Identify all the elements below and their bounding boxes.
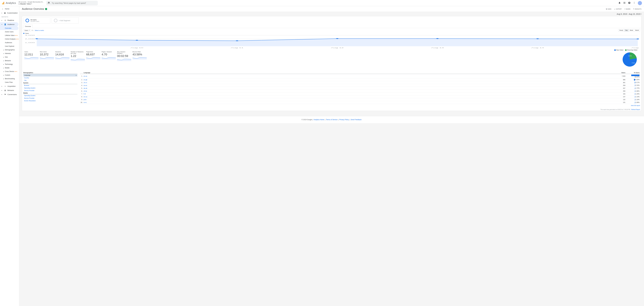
sidebar-item-behavior[interactable]: ▸▤Behavior xyxy=(0,88,19,92)
svg-text:Aug 10: Aug 10 xyxy=(130,47,143,48)
sidebar-sub-audiences[interactable]: Audiences xyxy=(0,41,19,44)
more-icon[interactable] xyxy=(633,2,636,4)
sidebar-item-conversions[interactable]: ▸⚑Conversions xyxy=(0,92,19,96)
metric-dropdown[interactable]: Users xyxy=(23,29,30,32)
person-icon: 👤 xyxy=(4,23,6,25)
dimension-picker: Demographics Language Country City Syste… xyxy=(23,72,78,107)
dim-mobile-os[interactable]: Operating System xyxy=(23,94,78,97)
sidebar-item-home[interactable]: ⌂Home xyxy=(0,7,19,11)
sidebar-item-customization[interactable]: ▸▦Customization xyxy=(0,11,19,15)
lang-link[interactable]: zh-tw xyxy=(84,90,87,92)
metric-card[interactable]: Pages / Session4.70 xyxy=(100,51,116,66)
svg-marker-6 xyxy=(37,39,638,46)
save-button[interactable]: 🖫SAVE xyxy=(606,8,612,10)
sidebar-sub-interests[interactable]: ▸Interests xyxy=(0,52,19,55)
add-segment-button[interactable]: + Add Segment xyxy=(52,18,79,24)
sidebar-sub-mobile[interactable]: ▸Mobile xyxy=(0,66,19,70)
lang-link[interactable]: en-gb xyxy=(84,79,87,80)
avatar[interactable] xyxy=(638,1,642,5)
segment-all-users[interactable]: All Users100.00% Users xyxy=(23,18,50,24)
apps-icon[interactable] xyxy=(623,2,626,4)
sidebar-sub-custom[interactable]: ▸Custom xyxy=(0,73,19,77)
help-icon[interactable] xyxy=(628,2,630,4)
verified-icon: ✓ xyxy=(45,8,47,10)
lang-link[interactable]: fr-fr xyxy=(84,93,86,95)
gran-hourly[interactable]: Hourly xyxy=(618,29,624,32)
search-input[interactable] xyxy=(52,2,96,4)
acquisition-icon: ➣ xyxy=(4,85,6,87)
view-full-report-link[interactable]: view full report xyxy=(631,105,640,106)
legend-returning-icon xyxy=(625,50,626,51)
chevron-right-icon: ▸ xyxy=(3,64,5,65)
lang-link[interactable]: en-us xyxy=(84,75,87,77)
svg-marker-26 xyxy=(117,59,131,61)
lang-link[interactable]: zh-cn xyxy=(84,82,87,83)
metric-card[interactable]: Users12,011 xyxy=(23,51,39,66)
metric-card[interactable]: Bounce Rate43.58% xyxy=(132,51,147,66)
dim-screen-res[interactable]: Screen Resolution xyxy=(23,100,78,102)
metric-card[interactable]: Avg. Session Duration00:02:59 xyxy=(116,51,132,66)
svg-point-11 xyxy=(436,38,439,39)
table-row: 3.zh-cn381 3.17% xyxy=(80,81,640,84)
svg-point-10 xyxy=(336,38,338,39)
export-button[interactable]: ⭳EXPORT xyxy=(614,8,622,10)
sidebar-sub-users-flow[interactable]: Users Flow xyxy=(0,80,19,84)
svg-marker-25 xyxy=(102,58,116,60)
date-range-picker[interactable]: Aug 9, 2019 - Aug 15, 2019 ▾ xyxy=(617,13,642,15)
lang-link[interactable]: pt-br xyxy=(84,99,86,100)
sidebar-sub-cohort[interactable]: Cohort AnalysisBETA xyxy=(0,37,19,41)
share-button[interactable]: ⤴SHARE xyxy=(624,8,630,10)
dim-language[interactable]: Language xyxy=(23,74,78,76)
dim-sp[interactable]: Service Provider xyxy=(23,89,78,92)
search-box[interactable] xyxy=(46,1,98,6)
dim-mobile-sp[interactable]: Service Provider xyxy=(23,97,78,100)
gran-day[interactable]: Day xyxy=(624,29,629,32)
select-metric-link[interactable]: Select a metric xyxy=(35,30,44,31)
gran-week[interactable]: Week xyxy=(629,29,634,32)
metric-card[interactable]: Number of Sessions per User1.22 xyxy=(70,51,85,66)
sidebar-item-realtime[interactable]: ▸◷Realtime xyxy=(0,18,19,22)
footer-feedback[interactable]: Send Feedback xyxy=(351,119,362,120)
svg-text:77.8%: 77.8% xyxy=(632,62,635,64)
sidebar-sub-technology[interactable]: ▸Technology xyxy=(0,62,19,66)
segment-ring-icon xyxy=(26,19,29,22)
svg-marker-21 xyxy=(40,58,54,60)
gran-month[interactable]: Month xyxy=(634,29,640,32)
notifications-icon[interactable] xyxy=(618,2,621,4)
lang-link[interactable]: de-de xyxy=(84,88,87,89)
sidebar-sub-benchmarking[interactable]: ▸Benchmarking xyxy=(0,77,19,80)
svg-point-9 xyxy=(236,40,238,41)
footer-analytics-home[interactable]: Analytics Home xyxy=(314,119,324,120)
sidebar-sub-lifetime-value[interactable]: Lifetime ValueBETA xyxy=(0,34,19,37)
sidebar-sub-cross-device[interactable]: ▸Cross DeviceBETA xyxy=(0,70,19,73)
footer-tos[interactable]: Terms of Service xyxy=(326,119,338,120)
dim-browser[interactable]: Browser xyxy=(23,84,78,87)
content: Audience Overview ✓ 🖫SAVE ⭳EXPORT ⤴SHARE… xyxy=(19,6,644,306)
sidebar-sub-user-explorer[interactable]: User Explorer xyxy=(0,44,19,48)
metric-card[interactable]: New Users10,372 xyxy=(39,51,54,66)
metric-card[interactable]: Pageviews68,637 xyxy=(85,51,100,66)
lang-link[interactable]: ru-ru xyxy=(84,102,86,103)
account-switcher[interactable]: All accounts › Google Merchandise St... … xyxy=(18,1,44,5)
sidebar-item-acquisition[interactable]: ▸➣Acquisition xyxy=(0,84,19,88)
sidebar-sub-overview[interactable]: Overview xyxy=(0,26,18,30)
lang-link[interactable]: es-es xyxy=(84,84,87,86)
metric-card[interactable]: Sessions14,616 xyxy=(54,51,70,66)
dim-city[interactable]: City xyxy=(23,79,78,82)
refresh-report-link[interactable]: Refresh Report xyxy=(631,109,640,110)
metrics-row: Users12,011New Users10,372Sessions14,616… xyxy=(22,49,148,68)
tab-overview[interactable]: Overview xyxy=(23,25,32,28)
sidebar-sub-geo[interactable]: ▸Geo xyxy=(0,55,19,59)
lang-link[interactable]: en-ca xyxy=(84,96,87,98)
footer-privacy[interactable]: Privacy Policy xyxy=(339,119,349,120)
chevron-right-icon: ▸ xyxy=(3,56,5,58)
sidebar-sub-demographics[interactable]: ▸Demographics xyxy=(0,48,19,52)
dim-os[interactable]: Operating System xyxy=(23,87,78,89)
sidebar-sub-active-users[interactable]: Active Users xyxy=(0,30,19,34)
dim-country[interactable]: Country xyxy=(23,76,78,79)
sidebar-item-audience[interactable]: ▾👤Audience xyxy=(0,22,18,26)
sidebar-sub-behavior[interactable]: ▸Behavior xyxy=(0,59,19,62)
brand-name: Analytics xyxy=(6,2,16,4)
insights-button[interactable]: ✦INSIGHTS xyxy=(633,8,642,10)
svg-marker-27 xyxy=(132,58,147,60)
